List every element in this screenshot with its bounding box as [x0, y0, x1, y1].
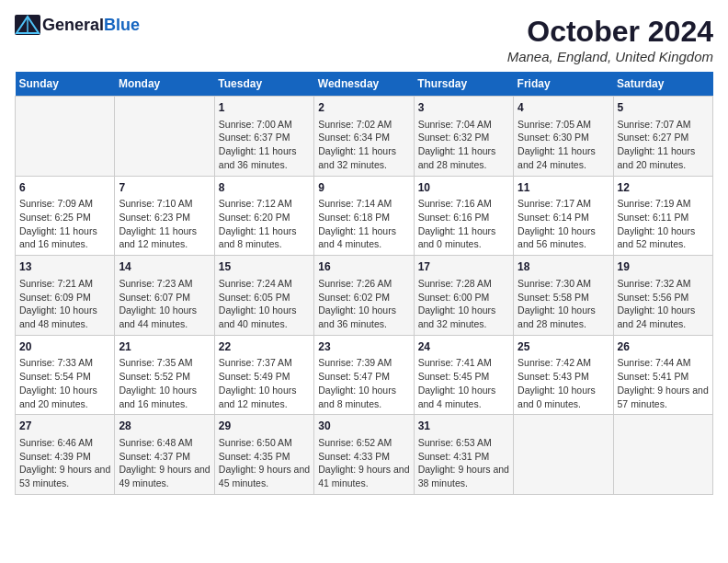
calendar-cell: 14Sunrise: 7:23 AMSunset: 6:07 PMDayligh…: [115, 256, 214, 336]
day-number: 2: [318, 100, 409, 116]
calendar-cell: 31Sunrise: 6:53 AMSunset: 4:31 PMDayligh…: [414, 415, 513, 495]
sunrise-text: Sunrise: 7:16 AM: [418, 197, 509, 211]
daylight-text: Daylight: 10 hours and 48 minutes.: [19, 304, 110, 330]
calendar-cell: 3Sunrise: 7:04 AMSunset: 6:32 PMDaylight…: [414, 97, 513, 177]
daylight-text: Daylight: 11 hours and 24 minutes.: [518, 144, 609, 171]
sunrise-text: Sunrise: 7:04 AM: [418, 118, 509, 132]
calendar-cell: 24Sunrise: 7:41 AMSunset: 5:45 PMDayligh…: [414, 335, 513, 415]
month-title: October 2024: [507, 15, 713, 49]
daylight-text: Daylight: 9 hours and 53 minutes.: [19, 463, 110, 489]
day-number: 22: [219, 339, 310, 355]
sunset-text: Sunset: 6:02 PM: [318, 291, 409, 304]
daylight-text: Daylight: 11 hours and 12 minutes.: [119, 224, 210, 251]
sunset-text: Sunset: 6:18 PM: [318, 211, 409, 224]
day-number: 13: [19, 259, 110, 275]
daylight-text: Daylight: 10 hours and 24 minutes.: [618, 304, 709, 330]
sunrise-text: Sunrise: 6:50 AM: [219, 436, 310, 450]
calendar-cell: 21Sunrise: 7:35 AMSunset: 5:52 PMDayligh…: [115, 335, 214, 415]
sunset-text: Sunset: 5:58 PM: [518, 291, 609, 304]
sunset-text: Sunset: 6:37 PM: [219, 131, 310, 144]
week-row-5: 27Sunrise: 6:46 AMSunset: 4:39 PMDayligh…: [16, 415, 713, 495]
calendar-cell: 18Sunrise: 7:30 AMSunset: 5:58 PMDayligh…: [514, 256, 613, 336]
col-tuesday: Tuesday: [214, 72, 313, 97]
sunrise-text: Sunrise: 7:28 AM: [418, 277, 509, 291]
sunrise-text: Sunrise: 7:00 AM: [219, 118, 310, 132]
daylight-text: Daylight: 11 hours and 16 minutes.: [19, 224, 110, 251]
sunrise-text: Sunrise: 7:41 AM: [418, 356, 509, 370]
week-row-1: 1Sunrise: 7:00 AMSunset: 6:37 PMDaylight…: [16, 97, 713, 177]
sunset-text: Sunset: 6:09 PM: [19, 291, 110, 304]
daylight-text: Daylight: 10 hours and 36 minutes.: [318, 304, 409, 330]
day-number: 30: [318, 419, 409, 434]
daylight-text: Daylight: 9 hours and 45 minutes.: [219, 463, 310, 489]
logo-blue: Blue: [104, 16, 140, 34]
col-friday: Friday: [514, 72, 613, 97]
day-number: 8: [219, 180, 310, 196]
sunrise-text: Sunrise: 7:17 AM: [518, 197, 609, 211]
week-row-2: 6Sunrise: 7:09 AMSunset: 6:25 PMDaylight…: [16, 176, 713, 256]
daylight-text: Daylight: 11 hours and 0 minutes.: [418, 224, 509, 251]
daylight-text: Daylight: 11 hours and 36 minutes.: [219, 144, 310, 171]
day-number: 6: [19, 180, 110, 196]
sunrise-text: Sunrise: 7:26 AM: [318, 277, 409, 291]
daylight-text: Daylight: 9 hours and 49 minutes.: [119, 463, 210, 489]
day-number: 25: [518, 339, 609, 355]
sunrise-text: Sunrise: 7:14 AM: [318, 197, 409, 211]
day-number: 7: [119, 180, 210, 196]
calendar-cell: 26Sunrise: 7:44 AMSunset: 5:41 PMDayligh…: [613, 335, 712, 415]
daylight-text: Daylight: 10 hours and 52 minutes.: [618, 224, 709, 251]
sunrise-text: Sunrise: 7:42 AM: [518, 356, 609, 370]
day-number: 4: [518, 100, 609, 116]
sunset-text: Sunset: 6:34 PM: [318, 131, 409, 144]
sunrise-text: Sunrise: 7:02 AM: [318, 118, 409, 132]
page-header: GeneralBlue October 2024 Manea, England,…: [15, 15, 713, 64]
calendar-cell: 25Sunrise: 7:42 AMSunset: 5:43 PMDayligh…: [514, 335, 613, 415]
calendar-cell: 12Sunrise: 7:19 AMSunset: 6:11 PMDayligh…: [613, 176, 712, 256]
day-number: 27: [19, 419, 110, 434]
daylight-text: Daylight: 11 hours and 28 minutes.: [418, 144, 509, 171]
sunset-text: Sunset: 5:49 PM: [219, 370, 310, 384]
daylight-text: Daylight: 11 hours and 8 minutes.: [219, 224, 310, 251]
sunset-text: Sunset: 6:25 PM: [19, 211, 110, 224]
sunset-text: Sunset: 4:31 PM: [418, 450, 509, 464]
calendar-cell: 8Sunrise: 7:12 AMSunset: 6:20 PMDaylight…: [214, 176, 313, 256]
sunrise-text: Sunrise: 7:35 AM: [119, 356, 210, 370]
day-number: 16: [318, 259, 409, 275]
col-sunday: Sunday: [16, 72, 115, 97]
daylight-text: Daylight: 10 hours and 40 minutes.: [219, 304, 310, 330]
calendar-cell: 5Sunrise: 7:07 AMSunset: 6:27 PMDaylight…: [613, 97, 712, 177]
calendar-cell: 16Sunrise: 7:26 AMSunset: 6:02 PMDayligh…: [314, 256, 414, 336]
calendar-cell: 15Sunrise: 7:24 AMSunset: 6:05 PMDayligh…: [214, 256, 313, 336]
sunset-text: Sunset: 5:56 PM: [618, 291, 709, 304]
daylight-text: Daylight: 10 hours and 0 minutes.: [518, 384, 609, 410]
calendar-cell: 11Sunrise: 7:17 AMSunset: 6:14 PMDayligh…: [514, 176, 613, 256]
logo: GeneralBlue: [15, 15, 140, 35]
day-number: 23: [318, 339, 409, 355]
sunset-text: Sunset: 6:07 PM: [119, 291, 210, 304]
calendar-cell: [16, 97, 115, 177]
daylight-text: Daylight: 11 hours and 4 minutes.: [318, 224, 409, 251]
calendar-cell: 4Sunrise: 7:05 AMSunset: 6:30 PMDaylight…: [514, 97, 613, 177]
sunset-text: Sunset: 4:37 PM: [119, 450, 210, 464]
calendar-table: Sunday Monday Tuesday Wednesday Thursday…: [15, 72, 713, 495]
sunrise-text: Sunrise: 7:30 AM: [518, 277, 609, 291]
day-number: 9: [318, 180, 409, 196]
sunrise-text: Sunrise: 7:33 AM: [19, 356, 110, 370]
sunset-text: Sunset: 6:30 PM: [518, 131, 609, 144]
sunset-text: Sunset: 5:43 PM: [518, 370, 609, 384]
calendar-cell: 2Sunrise: 7:02 AMSunset: 6:34 PMDaylight…: [314, 97, 414, 177]
calendar-cell: 20Sunrise: 7:33 AMSunset: 5:54 PMDayligh…: [16, 335, 115, 415]
calendar-cell: 7Sunrise: 7:10 AMSunset: 6:23 PMDaylight…: [115, 176, 214, 256]
day-number: 24: [418, 339, 509, 355]
sunset-text: Sunset: 6:14 PM: [518, 211, 609, 224]
calendar-cell: 10Sunrise: 7:16 AMSunset: 6:16 PMDayligh…: [414, 176, 513, 256]
calendar-cell: 27Sunrise: 6:46 AMSunset: 4:39 PMDayligh…: [16, 415, 115, 495]
daylight-text: Daylight: 10 hours and 20 minutes.: [19, 384, 110, 410]
calendar-cell: [613, 415, 712, 495]
sunrise-text: Sunrise: 7:32 AM: [618, 277, 709, 291]
calendar-cell: [115, 97, 214, 177]
col-wednesday: Wednesday: [314, 72, 414, 97]
daylight-text: Daylight: 9 hours and 41 minutes.: [318, 463, 409, 489]
sunrise-text: Sunrise: 6:53 AM: [418, 436, 509, 450]
sunset-text: Sunset: 6:27 PM: [618, 131, 709, 144]
